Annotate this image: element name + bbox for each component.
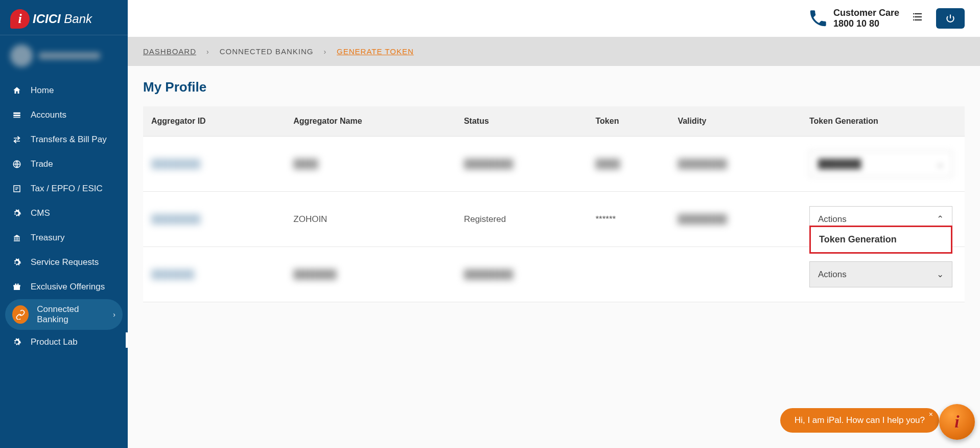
cell-aggregator-id: ████████ xyxy=(151,214,200,224)
customer-care[interactable]: Customer Care 1800 10 80 xyxy=(808,8,899,29)
cell-token: ****** xyxy=(595,214,616,224)
sidebar-item-cms[interactable]: CMS xyxy=(0,201,128,226)
trade-icon xyxy=(11,160,22,169)
sidebar-item-exclusive[interactable]: Exclusive Offerings xyxy=(0,275,128,299)
cell-token: ████ xyxy=(595,159,620,169)
chevron-up-icon: ⌃ xyxy=(937,214,944,225)
power-icon xyxy=(945,13,955,24)
sidebar-item-treasury[interactable]: Treasury xyxy=(0,226,128,250)
logo-text: ICICI Bank xyxy=(33,12,92,26)
chevron-down-icon: ⌄ xyxy=(937,269,944,280)
actions-dropdown[interactable]: Actions ⌄ xyxy=(809,261,952,287)
col-validity: Validity xyxy=(669,106,801,137)
sidebar-nav: Home Accounts Transfers & Bill Pay Trade… xyxy=(0,78,128,354)
sidebar-item-label: Home xyxy=(31,85,54,96)
actions-label: Actions xyxy=(818,270,847,280)
page-title: My Profile xyxy=(143,76,965,106)
ipal-icon: i xyxy=(954,412,959,432)
gift-icon xyxy=(11,282,22,292)
sidebar-item-label: Connected Banking xyxy=(37,304,105,325)
sidebar-item-label: CMS xyxy=(31,208,50,218)
breadcrumb-connected: CONNECTED BANKING xyxy=(220,47,314,56)
actions-label: Actions xyxy=(818,214,847,225)
cell-aggregator-name: ████ xyxy=(293,159,318,169)
col-token: Token xyxy=(587,106,669,137)
close-icon[interactable]: × xyxy=(929,410,933,418)
ipal-launcher[interactable]: i xyxy=(939,404,975,440)
gear-icon xyxy=(11,338,22,347)
link-icon xyxy=(12,305,29,324)
menu-icon[interactable] xyxy=(912,11,924,26)
ipal-chat-bar[interactable]: Hi, I am iPal. How can I help you? × xyxy=(780,408,939,433)
topbar: Customer Care 1800 10 80 xyxy=(128,0,980,37)
cell-aggregator-id: ████████ xyxy=(151,159,200,169)
sidebar-item-label: Service Requests xyxy=(31,257,99,267)
sidebar-item-connected-banking[interactable]: Connected Banking › xyxy=(5,299,123,330)
svg-rect-2 xyxy=(13,117,20,118)
treasury-icon xyxy=(11,233,22,242)
sidebar-item-label: Accounts xyxy=(31,110,66,120)
svg-rect-0 xyxy=(13,113,20,114)
sidebar-item-label: Exclusive Offerings xyxy=(31,282,105,292)
sidebar-item-tax[interactable]: Tax / EPFO / ESIC xyxy=(0,176,128,201)
svg-rect-1 xyxy=(13,115,20,116)
table-row: ████████ ZOHOIN Registered ****** ██████… xyxy=(143,192,965,247)
col-token-generation: Token Generation xyxy=(801,106,965,137)
content: My Profile Aggregator ID Aggregator Name… xyxy=(128,66,980,312)
sidebar: ICICI Bank Home Accounts Transfers & Bil… xyxy=(0,0,128,448)
token-generation-option[interactable]: Token Generation xyxy=(809,226,952,254)
breadcrumb-generate-token[interactable]: GENERATE TOKEN xyxy=(337,47,414,56)
svg-rect-10 xyxy=(913,19,914,20)
ipal-text: Hi, I am iPal. How can I help you? xyxy=(795,415,925,425)
table-row: ████████ ████ ████████ ████ ████████ ███… xyxy=(143,137,965,192)
svg-rect-5 xyxy=(915,13,922,14)
sidebar-item-label: Product Lab xyxy=(31,337,78,347)
sidebar-item-accounts[interactable]: Accounts xyxy=(0,103,128,127)
cell-status: ████████ xyxy=(464,270,513,279)
cell-status: Registered xyxy=(464,214,506,224)
breadcrumb-dashboard[interactable]: DASHBOARD xyxy=(143,47,196,56)
actions-dropdown[interactable]: ███████⌄ xyxy=(809,151,952,177)
logo: ICICI Bank xyxy=(0,0,128,35)
phone-icon xyxy=(808,8,828,29)
gear-icon xyxy=(11,258,22,267)
logout-button[interactable] xyxy=(936,8,965,29)
sidebar-item-transfers[interactable]: Transfers & Bill Pay xyxy=(0,127,128,152)
sidebar-item-label: Treasury xyxy=(31,233,64,243)
chevron-right-icon: › xyxy=(323,48,326,56)
cell-aggregator-name: ███████ xyxy=(293,270,336,279)
breadcrumb: DASHBOARD › CONNECTED BANKING › GENERATE… xyxy=(128,37,980,66)
cell-aggregator-id: ███████ xyxy=(151,270,194,279)
svg-rect-6 xyxy=(913,13,914,14)
accounts-icon xyxy=(11,110,22,120)
sidebar-item-product-lab[interactable]: Product Lab xyxy=(0,330,128,354)
cell-aggregator-name: ZOHOIN xyxy=(293,214,327,224)
sidebar-item-trade[interactable]: Trade xyxy=(0,152,128,176)
table-row: ███████ ███████ ████████ Actions ⌄ xyxy=(143,247,965,302)
care-number: 1800 10 80 xyxy=(833,18,899,29)
care-label: Customer Care xyxy=(833,8,899,18)
col-aggregator-id: Aggregator ID xyxy=(143,106,285,137)
home-icon xyxy=(11,86,22,95)
col-status: Status xyxy=(456,106,588,137)
svg-rect-8 xyxy=(913,16,914,17)
cell-status: ████████ xyxy=(464,159,513,169)
main: Customer Care 1800 10 80 DASHBOARD › CON… xyxy=(128,0,980,448)
cell-validity: ████████ xyxy=(678,159,727,169)
cell-validity: ████████ xyxy=(678,214,727,224)
svg-rect-4 xyxy=(14,186,20,192)
chevron-right-icon: › xyxy=(113,310,115,319)
sidebar-item-label: Trade xyxy=(31,159,53,169)
svg-rect-9 xyxy=(915,19,922,20)
sidebar-item-service-requests[interactable]: Service Requests xyxy=(0,250,128,275)
sidebar-item-home[interactable]: Home xyxy=(0,78,128,103)
logo-badge-icon xyxy=(10,9,30,29)
avatar xyxy=(10,44,33,67)
svg-rect-7 xyxy=(915,16,922,17)
sidebar-item-label: Tax / EPFO / ESIC xyxy=(31,184,103,194)
user-profile[interactable] xyxy=(0,35,128,78)
sidebar-item-label: Transfers & Bill Pay xyxy=(31,135,107,145)
transfers-icon xyxy=(11,135,22,144)
tax-icon xyxy=(11,184,22,193)
cms-icon xyxy=(11,209,22,218)
